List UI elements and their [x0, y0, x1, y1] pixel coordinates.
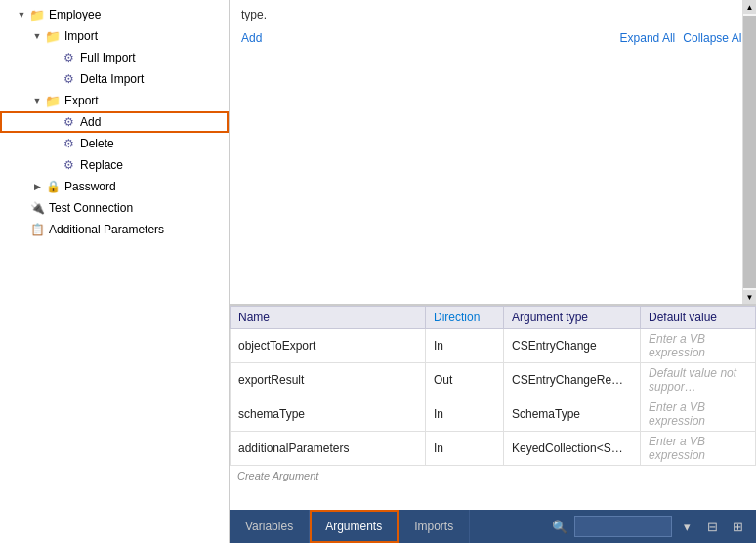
collapse-panel-button[interactable]: ⊟ [701, 516, 723, 537]
sidebar-item-delete[interactable]: ▶ ⚙ Delete [0, 133, 229, 154]
table-row[interactable]: schemaTypeInSchemaTypeEnter a VB express… [231, 397, 756, 432]
chevron-export: ▼ [31, 95, 43, 106]
gear-icon-delta-import: ⚙ [61, 71, 76, 87]
sidebar-label-delete: Delete [80, 137, 114, 150]
sidebar-label-replace: Replace [80, 158, 123, 172]
cell-argtype-1: CSEntryChangeRe… [504, 363, 641, 397]
search-icon-button[interactable]: 🔍 [549, 516, 570, 537]
sidebar-item-import[interactable]: ▼ 📁 Import [0, 25, 229, 47]
scroll-down-arrow[interactable]: ▼ [743, 290, 757, 304]
sidebar-label-additional-parameters: Additional Parameters [49, 223, 164, 236]
table-row[interactable]: additionalParametersInKeyedCollection<S…… [231, 432, 756, 466]
chevron-employee: ▼ [16, 9, 27, 21]
col-header-direction: Direction [426, 307, 504, 329]
table-row[interactable]: objectToExportInCSEntryChangeEnter a VB … [231, 329, 756, 363]
top-toolbar: Add Expand All Collapse All [241, 31, 744, 45]
cell-default-3: Enter a VB expression [641, 432, 756, 466]
lock-icon-password: 🔒 [45, 179, 61, 194]
gear-icon-add: ⚙ [61, 114, 76, 130]
expand-collapse-actions: Expand All Collapse All [620, 31, 744, 45]
table-row[interactable]: exportResultOutCSEntryChangeRe…Default v… [231, 363, 756, 397]
add-button[interactable]: Add [241, 31, 262, 45]
vertical-scrollbar[interactable]: ▲ ▼ [742, 0, 756, 304]
sidebar-item-delta-import[interactable]: ▶ ⚙ Delta Import [0, 68, 229, 90]
sidebar-item-full-import[interactable]: ▶ ⚙ Full Import [0, 47, 229, 68]
search-input[interactable] [574, 516, 672, 537]
arguments-table: Name Direction Argument type Default val… [230, 306, 756, 466]
top-description-text: type. [241, 8, 744, 21]
sidebar-item-additional-parameters[interactable]: ▶ 📋 Additional Parameters [0, 219, 229, 240]
cell-direction-2: In [426, 397, 504, 432]
gear-icon-full-import: ⚙ [61, 50, 76, 65]
cell-default-1: Default value not suppor… [641, 363, 756, 397]
sidebar-item-replace[interactable]: ▶ ⚙ Replace [0, 154, 229, 176]
sidebar-label-add: Add [80, 115, 101, 129]
folder-icon-export: 📁 [45, 93, 61, 108]
sidebar-label-full-import: Full Import [80, 51, 136, 64]
gear-icon-replace: ⚙ [61, 157, 76, 173]
sidebar-label-password: Password [64, 180, 116, 193]
folder-icon-employee: 📁 [29, 7, 45, 22]
cell-name-2: schemaType [231, 397, 426, 432]
tab-imports[interactable]: Imports [399, 510, 470, 543]
arguments-table-area: Name Direction Argument type Default val… [230, 305, 756, 510]
bottom-tab-bar: Variables Arguments Imports 🔍 ▾ ⊟ ⊞ [230, 510, 756, 543]
col-header-argtype: Argument type [504, 307, 641, 329]
create-argument-label[interactable]: Create Argument [230, 466, 756, 485]
cell-direction-1: Out [426, 363, 504, 397]
plug-icon-test-connection: 🔌 [29, 200, 45, 216]
collapse-all-button[interactable]: Collapse All [683, 31, 744, 45]
cell-argtype-0: CSEntryChange [504, 329, 641, 363]
gear-icon-delete: ⚙ [61, 136, 76, 151]
cell-default-0: Enter a VB expression [641, 329, 756, 363]
sidebar-label-employee: Employee [49, 8, 101, 21]
sidebar-item-add[interactable]: ▶ ⚙ Add [0, 111, 229, 133]
sidebar-label-test-connection: Test Connection [49, 201, 133, 215]
main-top-section: type. Add Expand All Collapse All ▲ ▼ [230, 0, 756, 305]
tab-imports-label: Imports [414, 520, 453, 533]
chevron-password: ▶ [31, 181, 43, 192]
tab-variables-label: Variables [245, 520, 293, 533]
cell-name-0: objectToExport [231, 329, 426, 363]
expand-all-button[interactable]: Expand All [620, 31, 676, 45]
cell-argtype-3: KeyedCollection<S… [504, 432, 641, 466]
expand-panel-button[interactable]: ⊞ [727, 516, 748, 537]
sidebar-label-delta-import: Delta Import [80, 72, 144, 86]
col-header-name: Name [231, 307, 426, 329]
sidebar-label-export: Export [64, 94, 99, 107]
sidebar-item-export[interactable]: ▼ 📁 Export [0, 90, 229, 111]
sidebar-item-test-connection[interactable]: ▶ 🔌 Test Connection [0, 197, 229, 219]
cell-default-2: Enter a VB expression [641, 397, 756, 432]
top-content-area: type. Add Expand All Collapse All [230, 0, 756, 304]
sidebar-item-employee[interactable]: ▼ 📁 Employee [0, 4, 229, 25]
cell-name-3: additionalParameters [231, 432, 426, 466]
table-body: objectToExportInCSEntryChangeEnter a VB … [231, 329, 756, 466]
dropdown-arrow-button[interactable]: ▾ [676, 516, 697, 537]
bottom-right-controls: 🔍 ▾ ⊟ ⊞ [549, 510, 756, 543]
scroll-up-arrow[interactable]: ▲ [743, 0, 757, 14]
scroll-thumb[interactable] [743, 16, 757, 288]
col-header-default: Default value [641, 307, 756, 329]
folder-icon-import: 📁 [45, 28, 61, 44]
tab-variables[interactable]: Variables [230, 510, 310, 543]
main-content: type. Add Expand All Collapse All ▲ ▼ Na… [230, 0, 756, 543]
cell-direction-0: In [426, 329, 504, 363]
chevron-import: ▼ [31, 30, 43, 42]
param-icon-additional: 📋 [29, 222, 45, 237]
cell-name-1: exportResult [231, 363, 426, 397]
cell-direction-3: In [426, 432, 504, 466]
tab-arguments-label: Arguments [325, 520, 382, 533]
sidebar-item-password[interactable]: ▶ 🔒 Password [0, 176, 229, 197]
sidebar: ▼ 📁 Employee ▼ 📁 Import ▶ ⚙ Full Import … [0, 0, 230, 543]
cell-argtype-2: SchemaType [504, 397, 641, 432]
table-header-row: Name Direction Argument type Default val… [231, 307, 756, 329]
sidebar-label-import: Import [64, 29, 98, 43]
tab-arguments[interactable]: Arguments [310, 510, 399, 543]
